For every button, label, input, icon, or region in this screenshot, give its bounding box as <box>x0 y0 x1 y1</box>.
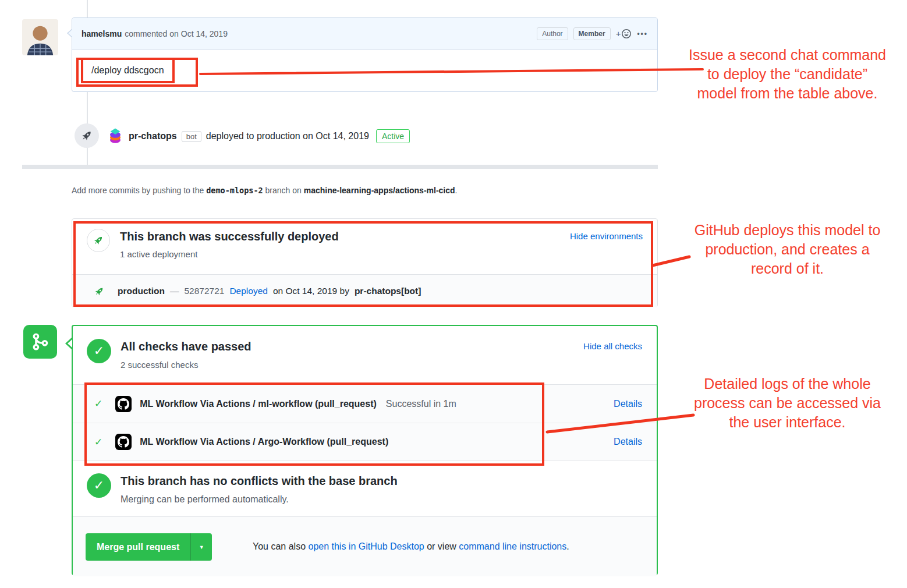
annotation-text-deployment: GitHub deploys this model to production,… <box>687 221 888 278</box>
hide-environments-link[interactable]: Hide environments <box>570 231 643 241</box>
merge-options-dropdown[interactable]: ▼ <box>190 533 212 561</box>
repo-name: machine-learning-apps/actions-ml-cicd <box>304 186 455 195</box>
check-row: ✓ ML Workflow Via Actions / ml-workflow … <box>73 385 657 423</box>
comment-timestamp: commented on Oct 14, 2019 <box>125 29 228 38</box>
conflicts-section: ✓ This branch has no conflicts with the … <box>73 460 657 516</box>
check-icon: ✓ <box>94 436 102 448</box>
rocket-icon <box>94 286 105 297</box>
timeline-separator-bar <box>22 165 658 169</box>
smiley-icon <box>621 29 632 39</box>
conflicts-title: This branch has no conflicts with the ba… <box>121 474 398 488</box>
member-badge: Member <box>573 27 611 40</box>
bot-badge: bot <box>182 131 201 142</box>
checks-title: All checks have passed <box>121 340 251 353</box>
checks-list: ✓ ML Workflow Via Actions / ml-workflow … <box>73 384 657 460</box>
conflicts-subtitle: Merging can be performed automatically. <box>121 494 289 505</box>
dash: — <box>170 286 179 296</box>
deployment-record-row: production — 52872721 Deployed on Oct 14… <box>72 274 657 307</box>
active-status-badge: Active <box>376 129 410 143</box>
check-status: Successful in 1m <box>386 399 456 409</box>
annotation-text-logs: Detailed logs of the whole process can b… <box>687 374 888 432</box>
deployed-link[interactable]: Deployed <box>229 286 268 296</box>
comment-author-link[interactable]: hamelsmu <box>82 29 122 38</box>
add-commits-middle: branch on <box>265 186 302 195</box>
plus-icon: + <box>616 29 621 38</box>
deploy-event-line: pr-chatops bot deployed to production on… <box>129 129 410 143</box>
check-icon: ✓ <box>94 398 102 410</box>
checks-subtitle: 2 successful checks <box>121 360 198 370</box>
pr-chatops-avatar[interactable] <box>107 127 123 144</box>
github-actions-app-icon <box>115 396 132 412</box>
rocket-icon <box>93 235 104 246</box>
hide-all-checks-link[interactable]: Hide all checks <box>583 341 642 351</box>
deployed-rest-text: on Oct 14, 2019 by <box>273 286 349 296</box>
merge-pull-request-button[interactable]: Merge pull request <box>86 533 190 561</box>
author-badge: Author <box>537 27 568 40</box>
layers-avatar-image <box>107 127 123 144</box>
deploy-event-text: deployed to production on Oct 14, 2019 <box>206 131 369 141</box>
add-reaction-button[interactable]: + <box>616 29 632 39</box>
commit-sha[interactable]: 52872721 <box>184 286 224 296</box>
deployment-subtitle: 1 active deployment <box>120 249 197 259</box>
deploy-command-text: /deploy ddscgocn <box>81 58 175 83</box>
check-circle-icon: ✓ <box>87 473 111 498</box>
comment-header: hamelsmu commented on Oct 14, 2019 Autho… <box>72 18 657 49</box>
timeline-rocket-badge <box>75 123 99 148</box>
environment-name: production <box>118 286 165 296</box>
deployment-panel: This branch was successfully deployed Hi… <box>72 218 658 307</box>
comment-box: hamelsmu commented on Oct 14, 2019 Autho… <box>72 17 658 92</box>
command-line-link[interactable]: command line instructions <box>459 541 566 551</box>
check-row: ✓ ML Workflow Via Actions / Argo-Workflo… <box>73 423 657 461</box>
add-commits-prefix: Add more commits by pushing to the <box>72 186 204 195</box>
merge-alternatives-text: You can also open this in GitHub Desktop… <box>253 541 569 552</box>
deploy-actor[interactable]: pr-chatops[bot] <box>355 286 421 296</box>
kebab-menu-icon[interactable]: ••• <box>637 30 648 38</box>
git-merge-badge <box>23 325 57 359</box>
details-link[interactable]: Details <box>614 399 642 409</box>
add-commits-hint: Add more commits by pushing to the demo-… <box>72 186 457 195</box>
check-name: ML Workflow Via Actions / ml-workflow (p… <box>140 399 377 409</box>
pr-chatops-link[interactable]: pr-chatops <box>129 131 177 141</box>
github-desktop-link[interactable]: open this in GitHub Desktop <box>308 541 424 551</box>
user-avatar[interactable] <box>22 19 58 55</box>
details-link[interactable]: Details <box>614 437 642 447</box>
person-avatar-image <box>22 19 58 55</box>
check-circle-icon: ✓ <box>87 339 111 363</box>
deploy-rocket-circle <box>87 229 110 252</box>
deployment-title: This branch was successfully deployed <box>120 230 339 243</box>
merge-footer: Merge pull request ▼ You can also open t… <box>73 516 657 576</box>
merge-status-panel: ✓ All checks have passed Hide all checks… <box>72 325 658 575</box>
github-actions-app-icon <box>115 434 132 450</box>
git-merge-icon <box>30 332 50 352</box>
rocket-icon <box>80 129 93 142</box>
comment-body: /deploy ddscgocn <box>72 49 657 91</box>
annotation-text-deploy-command: Issue a second chat command to deploy th… <box>687 45 888 103</box>
branch-name: demo-mlops-2 <box>206 186 263 195</box>
checks-summary-section: ✓ All checks have passed Hide all checks… <box>73 326 657 384</box>
check-name: ML Workflow Via Actions / Argo-Workflow … <box>140 437 388 447</box>
chevron-down-icon: ▼ <box>199 544 204 550</box>
